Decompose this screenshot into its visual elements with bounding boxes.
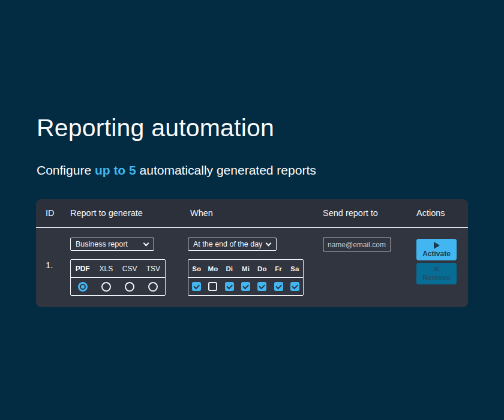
day-checkbox-do[interactable] [257,282,266,291]
weekday-labels-row: So Mo Di Mi Do Fr Sa [188,260,303,278]
subtitle-highlight: up to 5 [95,163,136,177]
chevron-down-icon [143,240,149,246]
when-value: At the end of the day [193,240,262,248]
reports-table-card: ID Report to generate When Send report t… [36,199,468,307]
activate-button-label: Activate [422,250,451,258]
email-input[interactable] [323,238,391,251]
weekday-selector: So Mo Di Mi Do Fr Sa [188,259,304,296]
day-checkbox-di[interactable] [225,282,234,291]
day-checkbox-so[interactable] [192,282,201,291]
chevron-down-icon [266,240,272,246]
remove-button-label: Remove [422,274,451,282]
day-label-mi: Mi [242,265,250,272]
day-label-so: So [192,265,201,272]
play-icon [434,242,440,249]
format-label-pdf: PDF [76,265,90,273]
format-label-tsv: TSV [146,265,160,273]
header-send-report-to: Send report to [323,199,378,227]
day-label-do: Do [257,265,266,272]
table-header: ID Report to generate When Send report t… [36,199,468,227]
subtitle-text-suffix: automatically generated reports [136,163,316,177]
day-checkbox-sa[interactable] [290,282,299,291]
activate-button[interactable]: Activate [416,239,457,260]
when-select[interactable]: At the end of the day [188,238,277,251]
format-label-xls: XLS [100,265,113,273]
header-actions: Actions [416,199,445,227]
day-checkbox-mo[interactable] [208,282,217,291]
day-label-di: Di [226,265,233,272]
format-radio-xls[interactable] [101,282,111,292]
page-title: Reporting automation [37,114,274,142]
day-label-mo: Mo [208,265,218,272]
header-report-to-generate: Report to generate [70,199,143,227]
report-type-value: Business report [76,240,128,248]
format-radio-csv[interactable] [125,282,134,292]
day-checkbox-mi[interactable] [241,282,250,291]
format-radio-pdf[interactable] [78,282,88,292]
format-labels-row: PDF XLS CSV TSV [71,260,165,278]
row-id: 1. [46,260,53,270]
header-when: When [190,199,213,227]
x-icon: ✕ [433,266,440,273]
format-label-csv: CSV [122,265,137,273]
page-subtitle: Configure up to 5 automatically generate… [37,163,316,178]
format-selector: PDF XLS CSV TSV [70,259,166,296]
header-divider [36,227,468,228]
day-label-fr: Fr [275,265,282,272]
header-id: ID [46,199,55,227]
format-radio-tsv[interactable] [148,282,158,292]
report-type-select[interactable]: Business report [70,238,154,251]
remove-button[interactable]: ✕ Remove [416,263,457,284]
day-label-sa: Sa [290,265,299,272]
day-checkbox-fr[interactable] [274,282,283,291]
subtitle-text-prefix: Configure [37,163,95,177]
weekday-checkboxes-row [188,278,303,295]
format-radios-row [71,278,165,295]
